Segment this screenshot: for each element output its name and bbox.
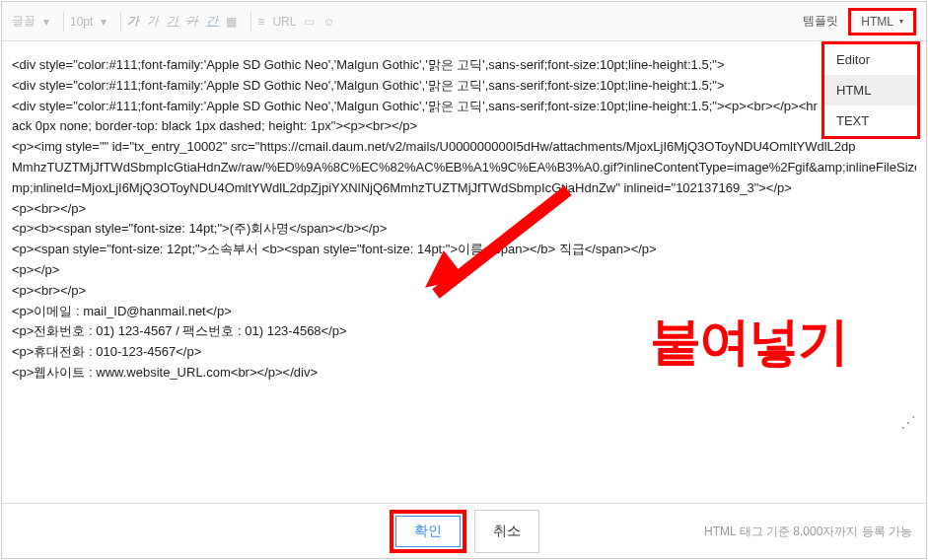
confirm-highlight: 확인 (390, 510, 466, 553)
code-line: <div style="color:#111;font-family:'Appl… (12, 76, 916, 97)
template-button[interactable]: 템플릿 (803, 13, 838, 30)
code-line: <div style="color:#111;font-family:'Appl… (12, 97, 916, 117)
bottom-bar: 확인 취소 HTML 태그 기준 8,000자까지 등록 가능 (2, 503, 926, 558)
url-button[interactable]: URL (272, 15, 296, 29)
separator (250, 12, 251, 32)
palette-icon[interactable]: ▦ (226, 15, 237, 29)
chevron-down-icon: ▾ (101, 15, 107, 29)
confirm-button[interactable]: 확인 (395, 516, 461, 547)
code-line: <p><img style="" id="tx_entry_10002" src… (12, 137, 916, 158)
dropdown-item-editor[interactable]: Editor (824, 44, 917, 75)
mode-label: HTML (861, 15, 893, 29)
italic-button[interactable]: 가 (147, 13, 159, 30)
code-line: ack 0px none; border-top: black 1px dash… (12, 116, 916, 137)
code-line: <p><br></p> (12, 199, 916, 220)
bold-button[interactable]: 가 (127, 13, 139, 30)
dropdown-item-html[interactable]: HTML (824, 75, 917, 105)
emoji-icon[interactable]: ☺ (322, 15, 334, 29)
char-limit-hint: HTML 태그 기준 8,000자까지 등록 가능 (704, 524, 912, 540)
separator (63, 12, 64, 32)
chevron-down-icon: ▾ (43, 15, 49, 29)
cancel-button[interactable]: 취소 (474, 510, 539, 553)
resize-handle-icon[interactable]: ⋰ (900, 410, 916, 436)
code-line: MmhzTUZTMjJfTWdSbmpIcGtiaHdnZw/raw/%ED%9… (12, 158, 916, 178)
separator (120, 12, 121, 32)
font-size-select[interactable]: 10pt (70, 15, 93, 29)
underline-button[interactable]: 가 (167, 13, 178, 30)
chevron-down-icon: ▾ (899, 17, 903, 26)
align-icon[interactable]: ≡ (257, 15, 264, 29)
color-button[interactable]: 간 (206, 13, 218, 30)
image-icon[interactable]: ▭ (304, 15, 315, 29)
font-family-select[interactable]: 글꼴 (12, 13, 36, 30)
toolbar: 글꼴 ▾ 10pt ▾ 가 가 가 가 간 ▦ ≡ URL ▭ ☺ 템플릿 HT… (2, 2, 926, 41)
dropdown-item-text[interactable]: TEXT (824, 105, 917, 136)
code-line: mp;inlineId=MjoxLjI6MjQ3OToyNDU4OmltYWdl… (12, 178, 916, 199)
annotation-arrow (431, 229, 579, 347)
mode-dropdown: Editor HTML TEXT (821, 41, 920, 139)
strike-button[interactable]: 가 (186, 13, 198, 30)
editor-window: 글꼴 ▾ 10pt ▾ 가 가 가 가 간 ▦ ≡ URL ▭ ☺ 템플릿 HT… (1, 1, 927, 559)
mode-select-button[interactable]: HTML ▾ (848, 8, 916, 35)
code-line: <div style="color:#111;font-family:'Appl… (12, 55, 916, 76)
button-group: 확인 취소 (390, 510, 539, 553)
annotation-text: 붙여넣기 (650, 308, 847, 377)
